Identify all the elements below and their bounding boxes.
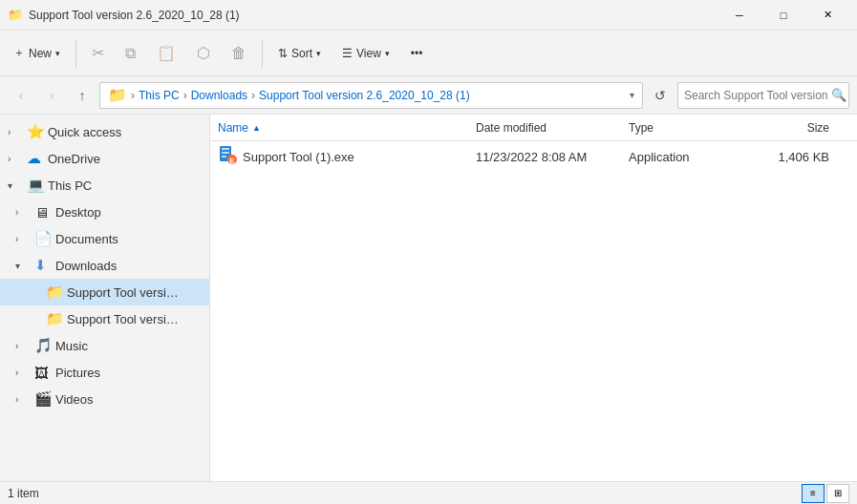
sidebar-item-videos[interactable]: › 🎬 Videos <box>0 386 209 412</box>
svg-rect-3 <box>222 156 226 158</box>
minimize-button[interactable]: ─ <box>718 0 761 31</box>
sidebar-item-quick-access[interactable]: › ⭐ Quick access <box>0 118 209 145</box>
move-button[interactable]: ⬡ <box>187 34 220 73</box>
sidebar-item-downloads[interactable]: ▾ ⬇ Downloads <box>0 252 209 279</box>
refresh-button[interactable]: ↺ <box>647 82 674 109</box>
close-button[interactable]: ✕ <box>805 0 849 31</box>
col-header-date[interactable]: Date modified <box>476 121 629 135</box>
sidebar-item-label: Videos <box>55 392 94 407</box>
window-title: Support Tool version 2.6_2020_10_28 (1) <box>29 9 240 22</box>
downloads-icon: ⬇ <box>34 257 52 274</box>
sidebar-item-label: Documents <box>55 232 118 246</box>
expand-icon: › <box>15 207 31 218</box>
expand-icon: › <box>15 368 31 378</box>
path-segment-folder[interactable]: Support Tool version 2.6_2020_10_28 (1) <box>259 89 470 102</box>
quick-access-icon: ⭐ <box>27 123 44 140</box>
paste-icon: 📋 <box>157 44 176 62</box>
col-header-size[interactable]: Size <box>753 121 829 135</box>
exe-icon: E <box>218 145 237 169</box>
title-bar-controls: ─ □ ✕ <box>718 0 849 31</box>
sidebar-item-this-pc[interactable]: ▾ 💻 This PC <box>0 172 209 199</box>
documents-icon: 📄 <box>34 230 52 247</box>
search-icon: 🔍 <box>831 88 846 102</box>
this-pc-icon: 💻 <box>27 177 44 194</box>
expand-icon: › <box>15 234 31 244</box>
cut-icon: ✂ <box>92 44 104 62</box>
forward-button[interactable]: › <box>38 82 65 109</box>
search-box[interactable]: 🔍 <box>677 82 849 109</box>
file-size-cell: 1,406 KB <box>753 150 829 164</box>
address-path[interactable]: 📁 › This PC › Downloads › Support Tool v… <box>99 82 643 109</box>
sort-icon: ⇅ <box>278 47 288 60</box>
main-content: › ⭐ Quick access › ☁ OneDrive ▾ 💻 This P… <box>0 115 857 481</box>
maximize-button[interactable]: □ <box>761 0 805 31</box>
view-button[interactable]: ☰ View ▾ <box>332 34 399 73</box>
grid-view-button[interactable]: ⊞ <box>826 484 849 503</box>
sidebar-item-support-tool-1[interactable]: 📁 Support Tool version 2.6_202 <box>0 279 209 305</box>
onedrive-icon: ☁ <box>27 150 44 167</box>
sidebar-item-label: Downloads <box>55 259 117 273</box>
expand-icon: ▾ <box>15 261 31 271</box>
sidebar-item-label: This PC <box>48 178 92 193</box>
view-icon: ☰ <box>342 47 353 60</box>
status-count: 1 item <box>8 487 39 500</box>
svg-rect-2 <box>222 152 229 154</box>
title-bar-left: 📁 Support Tool version 2.6_2020_10_28 (1… <box>8 8 240 23</box>
sidebar-item-label: Quick access <box>48 125 121 139</box>
file-list: Name ▲ Date modified Type Size <box>210 115 857 481</box>
copy-icon: ⧉ <box>125 45 136 62</box>
paste-button[interactable]: 📋 <box>147 34 185 73</box>
sidebar-item-music[interactable]: › 🎵 Music <box>0 332 209 359</box>
path-segment-downloads[interactable]: Downloads <box>191 89 247 102</box>
folder-icon: 📁 <box>46 284 63 301</box>
col-header-name[interactable]: Name ▲ <box>218 121 476 135</box>
up-button[interactable]: ↑ <box>69 82 96 109</box>
path-segment-thispc[interactable]: This PC <box>139 89 180 102</box>
file-name-cell: E Support Tool (1).exe <box>218 145 476 169</box>
toolbar: ＋ New ▾ ✂ ⧉ 📋 ⬡ 🗑 ⇅ Sort ▾ ☰ View ▾ ••• <box>0 31 857 76</box>
file-type-cell: Application <box>629 150 753 164</box>
copy-button[interactable]: ⧉ <box>116 34 145 73</box>
sidebar-item-support-tool-2[interactable]: 📁 Support Tool version 2.6_202 <box>0 305 209 332</box>
videos-icon: 🎬 <box>34 390 52 408</box>
window-icon: 📁 <box>8 8 23 23</box>
table-row[interactable]: E Support Tool (1).exe 11/23/2022 8:08 A… <box>210 141 857 172</box>
music-icon: 🎵 <box>34 337 52 354</box>
list-view-button[interactable]: ≡ <box>802 484 825 503</box>
sidebar-item-documents[interactable]: › 📄 Documents <box>0 225 209 252</box>
col-header-type[interactable]: Type <box>629 121 753 135</box>
expand-icon: › <box>15 394 31 405</box>
file-name-text: Support Tool (1).exe <box>243 150 354 164</box>
svg-rect-1 <box>222 148 229 150</box>
pictures-icon: 🖼 <box>34 365 52 381</box>
sidebar-item-desktop[interactable]: › 🖥 Desktop <box>0 199 209 225</box>
expand-icon: › <box>8 154 23 164</box>
sort-arrow-icon: ▲ <box>252 123 261 133</box>
expand-icon: ▾ <box>8 180 23 191</box>
sidebar: › ⭐ Quick access › ☁ OneDrive ▾ 💻 This P… <box>0 115 210 481</box>
sidebar-item-label: Pictures <box>55 366 100 380</box>
path-folder-icon: 📁 <box>108 86 127 104</box>
sort-button[interactable]: ⇅ Sort ▾ <box>268 34 331 73</box>
cut-button[interactable]: ✂ <box>82 34 114 73</box>
expand-icon: › <box>15 341 31 351</box>
separator-1 <box>75 39 76 68</box>
file-date-cell: 11/23/2022 8:08 AM <box>476 150 629 164</box>
delete-icon: 🗑 <box>231 45 246 62</box>
search-input[interactable] <box>684 89 827 102</box>
move-icon: ⬡ <box>197 44 210 62</box>
sidebar-item-label: Support Tool version 2.6_202 <box>67 312 182 326</box>
delete-button[interactable]: 🗑 <box>222 34 256 73</box>
status-bar: 1 item ≡ ⊞ <box>0 481 857 504</box>
separator-2 <box>262 39 263 68</box>
desktop-icon: 🖥 <box>34 204 52 220</box>
address-bar: ‹ › ↑ 📁 › This PC › Downloads › Support … <box>0 76 857 115</box>
folder-icon: 📁 <box>46 310 63 327</box>
back-button[interactable]: ‹ <box>8 82 34 109</box>
file-list-header: Name ▲ Date modified Type Size <box>210 115 857 141</box>
sidebar-item-pictures[interactable]: › 🖼 Pictures <box>0 359 209 386</box>
sidebar-item-onedrive[interactable]: › ☁ OneDrive <box>0 145 209 172</box>
new-button[interactable]: ＋ New ▾ <box>4 34 70 73</box>
path-dropdown-icon[interactable]: ▾ <box>630 90 634 100</box>
more-button[interactable]: ••• <box>401 34 433 73</box>
